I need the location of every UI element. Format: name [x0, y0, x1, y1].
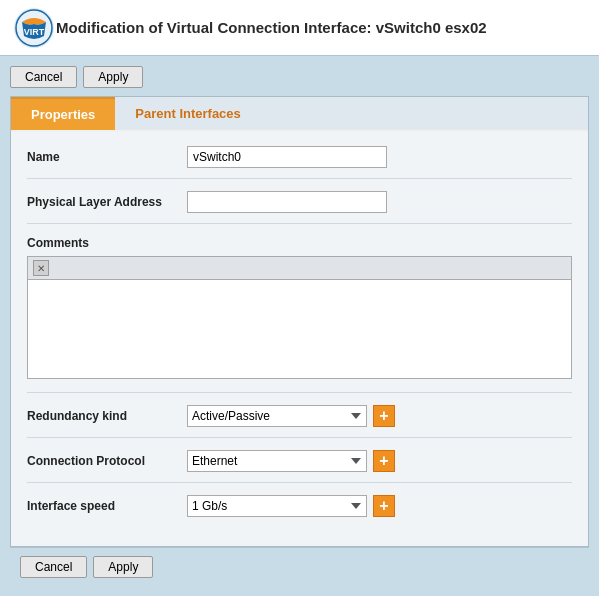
main-container: Cancel Apply Properties Parent Interface…	[0, 56, 599, 596]
connection-add-button[interactable]: +	[373, 450, 395, 472]
speed-control: 1 Gb/s 10 Gb/s 100 Mb/s 10 Mb/s +	[187, 495, 395, 517]
plus-icon-2: +	[379, 453, 388, 469]
speed-row: Interface speed 1 Gb/s 10 Gb/s 100 Mb/s …	[27, 495, 572, 527]
physical-layer-input[interactable]	[187, 191, 387, 213]
comments-textarea[interactable]	[27, 279, 572, 379]
app-logo: VIRT	[12, 6, 56, 50]
bottom-apply-button[interactable]: Apply	[93, 556, 153, 578]
speed-select[interactable]: 1 Gb/s 10 Gb/s 100 Mb/s 10 Mb/s	[187, 495, 367, 517]
bottom-cancel-button[interactable]: Cancel	[20, 556, 87, 578]
tab-properties[interactable]: Properties	[11, 97, 115, 130]
speed-add-button[interactable]: +	[373, 495, 395, 517]
tab-content-properties: Name Physical Layer Address Comments ✕	[11, 132, 588, 546]
name-label: Name	[27, 150, 187, 164]
comments-clear-button[interactable]: ✕	[33, 260, 49, 276]
connection-control: Ethernet Token Ring Other +	[187, 450, 395, 472]
redundancy-row: Redundancy kind Active/Passive Active/Ac…	[27, 405, 572, 438]
redundancy-select[interactable]: Active/Passive Active/Active None	[187, 405, 367, 427]
redundancy-label: Redundancy kind	[27, 409, 187, 423]
plus-icon: +	[379, 408, 388, 424]
physical-layer-row: Physical Layer Address	[27, 191, 572, 224]
redundancy-add-button[interactable]: +	[373, 405, 395, 427]
clear-icon: ✕	[37, 263, 45, 274]
connection-label: Connection Protocol	[27, 454, 187, 468]
comments-label: Comments	[27, 236, 572, 250]
top-apply-button[interactable]: Apply	[83, 66, 143, 88]
tab-bar: Properties Parent Interfaces	[11, 97, 588, 132]
svg-text:VIRT: VIRT	[24, 27, 45, 37]
top-cancel-button[interactable]: Cancel	[10, 66, 77, 88]
content-panel: Properties Parent Interfaces Name Physic…	[10, 96, 589, 547]
tab-parent-interfaces[interactable]: Parent Interfaces	[115, 97, 261, 130]
connection-select[interactable]: Ethernet Token Ring Other	[187, 450, 367, 472]
comments-toolbar: ✕	[27, 256, 572, 279]
bottom-button-bar: Cancel Apply	[10, 547, 589, 586]
redundancy-control: Active/Passive Active/Active None +	[187, 405, 395, 427]
title-bar: VIRT Modification of Virtual Connection …	[0, 0, 599, 56]
top-button-bar: Cancel Apply	[10, 66, 589, 88]
window-title: Modification of Virtual Connection Inter…	[56, 19, 487, 36]
speed-label: Interface speed	[27, 499, 187, 513]
connection-row: Connection Protocol Ethernet Token Ring …	[27, 450, 572, 483]
physical-layer-label: Physical Layer Address	[27, 195, 187, 209]
name-input[interactable]	[187, 146, 387, 168]
name-row: Name	[27, 146, 572, 179]
comments-section: Comments ✕	[27, 236, 572, 393]
plus-icon-3: +	[379, 498, 388, 514]
